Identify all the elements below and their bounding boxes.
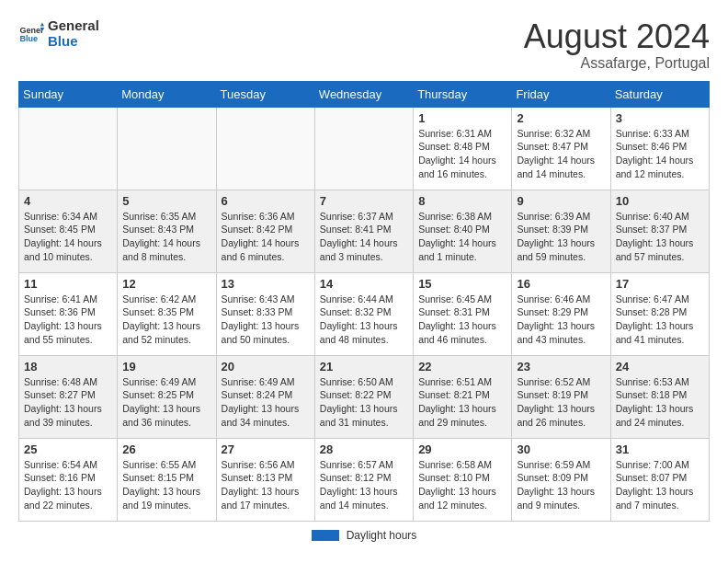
calendar-cell: 4 Sunrise: 6:34 AM Sunset: 8:45 PM Dayli… xyxy=(19,190,118,272)
day-number: 8 xyxy=(418,194,506,208)
calendar-cell xyxy=(19,107,118,190)
day-info: Sunrise: 6:46 AM Sunset: 8:29 PM Dayligh… xyxy=(517,293,605,347)
calendar-day-header: Wednesday xyxy=(314,81,413,107)
day-number: 7 xyxy=(320,194,408,208)
day-number: 31 xyxy=(616,442,704,456)
day-number: 28 xyxy=(320,442,408,456)
day-info: Sunrise: 6:44 AM Sunset: 8:32 PM Dayligh… xyxy=(320,293,408,347)
day-number: 2 xyxy=(517,111,605,125)
day-number: 11 xyxy=(24,277,112,291)
day-number: 30 xyxy=(517,442,605,456)
day-number: 13 xyxy=(222,277,310,291)
day-number: 26 xyxy=(122,442,210,456)
day-number: 18 xyxy=(24,360,112,373)
month-year-title: August 2024 xyxy=(524,18,710,55)
day-info: Sunrise: 6:47 AM Sunset: 8:28 PM Dayligh… xyxy=(616,293,704,347)
calendar-table: SundayMondayTuesdayWednesdayThursdayFrid… xyxy=(18,81,710,522)
day-info: Sunrise: 6:43 AM Sunset: 8:33 PM Dayligh… xyxy=(222,293,310,347)
calendar-cell: 11 Sunrise: 6:41 AM Sunset: 8:36 PM Dayl… xyxy=(19,272,118,355)
calendar-cell: 14 Sunrise: 6:44 AM Sunset: 8:32 PM Dayl… xyxy=(314,272,413,355)
day-info: Sunrise: 6:41 AM Sunset: 8:36 PM Dayligh… xyxy=(24,293,112,347)
day-info: Sunrise: 6:39 AM Sunset: 8:39 PM Dayligh… xyxy=(517,210,605,264)
day-info: Sunrise: 6:59 AM Sunset: 8:09 PM Dayligh… xyxy=(517,458,605,512)
day-number: 23 xyxy=(517,360,605,373)
day-number: 6 xyxy=(222,194,310,208)
day-number: 3 xyxy=(616,111,704,125)
calendar-cell: 23 Sunrise: 6:52 AM Sunset: 8:19 PM Dayl… xyxy=(512,355,610,438)
day-number: 9 xyxy=(517,194,605,208)
calendar-cell: 24 Sunrise: 6:53 AM Sunset: 8:18 PM Dayl… xyxy=(610,355,709,438)
day-info: Sunrise: 6:35 AM Sunset: 8:43 PM Dayligh… xyxy=(122,210,210,264)
calendar-cell: 30 Sunrise: 6:59 AM Sunset: 8:09 PM Dayl… xyxy=(512,438,610,521)
calendar-cell: 13 Sunrise: 6:43 AM Sunset: 8:33 PM Dayl… xyxy=(216,272,314,355)
calendar-week-row: 11 Sunrise: 6:41 AM Sunset: 8:36 PM Dayl… xyxy=(19,272,710,355)
calendar-cell: 10 Sunrise: 6:40 AM Sunset: 8:37 PM Dayl… xyxy=(610,190,709,272)
day-info: Sunrise: 6:56 AM Sunset: 8:13 PM Dayligh… xyxy=(222,458,310,512)
calendar-cell: 19 Sunrise: 6:49 AM Sunset: 8:25 PM Dayl… xyxy=(118,355,216,438)
day-number: 20 xyxy=(222,360,310,373)
day-info: Sunrise: 6:49 AM Sunset: 8:24 PM Dayligh… xyxy=(222,375,310,430)
calendar-cell xyxy=(314,107,413,190)
day-info: Sunrise: 6:48 AM Sunset: 8:27 PM Dayligh… xyxy=(24,375,112,430)
day-number: 5 xyxy=(122,194,210,208)
calendar-cell: 18 Sunrise: 6:48 AM Sunset: 8:27 PM Dayl… xyxy=(19,355,118,438)
day-number: 24 xyxy=(616,360,704,373)
calendar-cell: 15 Sunrise: 6:45 AM Sunset: 8:31 PM Dayl… xyxy=(414,272,512,355)
day-number: 1 xyxy=(418,111,506,125)
calendar-cell: 9 Sunrise: 6:39 AM Sunset: 8:39 PM Dayli… xyxy=(512,190,610,272)
day-number: 29 xyxy=(418,442,506,456)
calendar-cell: 1 Sunrise: 6:31 AM Sunset: 8:48 PM Dayli… xyxy=(414,107,512,190)
day-number: 16 xyxy=(517,277,605,291)
day-number: 25 xyxy=(24,442,112,456)
calendar-cell: 8 Sunrise: 6:38 AM Sunset: 8:40 PM Dayli… xyxy=(414,190,512,272)
day-info: Sunrise: 6:34 AM Sunset: 8:45 PM Dayligh… xyxy=(24,210,112,264)
calendar-day-header: Tuesday xyxy=(216,81,314,107)
calendar-cell: 2 Sunrise: 6:32 AM Sunset: 8:47 PM Dayli… xyxy=(512,107,610,190)
day-info: Sunrise: 6:51 AM Sunset: 8:21 PM Dayligh… xyxy=(418,375,506,430)
logo: General Blue General Blue xyxy=(18,18,99,49)
calendar-cell: 21 Sunrise: 6:50 AM Sunset: 8:22 PM Dayl… xyxy=(314,355,413,438)
calendar-cell: 22 Sunrise: 6:51 AM Sunset: 8:21 PM Dayl… xyxy=(414,355,512,438)
day-info: Sunrise: 6:55 AM Sunset: 8:15 PM Dayligh… xyxy=(122,458,210,512)
day-info: Sunrise: 7:00 AM Sunset: 8:07 PM Dayligh… xyxy=(616,458,704,512)
footer-legend: Daylight hours xyxy=(18,529,710,542)
day-info: Sunrise: 6:37 AM Sunset: 8:41 PM Dayligh… xyxy=(320,210,408,264)
day-number: 10 xyxy=(616,194,704,208)
day-info: Sunrise: 6:49 AM Sunset: 8:25 PM Dayligh… xyxy=(122,375,210,430)
title-area: August 2024 Assafarge, Portugal xyxy=(524,18,710,72)
day-info: Sunrise: 6:42 AM Sunset: 8:35 PM Dayligh… xyxy=(122,293,210,347)
calendar-cell: 6 Sunrise: 6:36 AM Sunset: 8:42 PM Dayli… xyxy=(216,190,314,272)
day-info: Sunrise: 6:38 AM Sunset: 8:40 PM Dayligh… xyxy=(418,210,506,264)
calendar-cell xyxy=(216,107,314,190)
calendar-cell: 25 Sunrise: 6:54 AM Sunset: 8:16 PM Dayl… xyxy=(19,438,118,521)
legend-label: Daylight hours xyxy=(347,529,417,542)
day-info: Sunrise: 6:50 AM Sunset: 8:22 PM Dayligh… xyxy=(320,375,408,430)
logo-icon: General Blue xyxy=(18,21,44,47)
day-info: Sunrise: 6:36 AM Sunset: 8:42 PM Dayligh… xyxy=(222,210,310,264)
day-number: 14 xyxy=(320,277,408,291)
calendar-day-header: Friday xyxy=(512,81,610,107)
calendar-cell: 28 Sunrise: 6:57 AM Sunset: 8:12 PM Dayl… xyxy=(314,438,413,521)
calendar-cell: 7 Sunrise: 6:37 AM Sunset: 8:41 PM Dayli… xyxy=(314,190,413,272)
day-info: Sunrise: 6:40 AM Sunset: 8:37 PM Dayligh… xyxy=(616,210,704,264)
day-info: Sunrise: 6:33 AM Sunset: 8:46 PM Dayligh… xyxy=(616,127,704,181)
calendar-cell xyxy=(118,107,216,190)
calendar-day-header: Monday xyxy=(118,81,216,107)
calendar-cell: 12 Sunrise: 6:42 AM Sunset: 8:35 PM Dayl… xyxy=(118,272,216,355)
calendar-day-header: Sunday xyxy=(19,81,118,107)
day-number: 21 xyxy=(320,360,408,373)
day-number: 17 xyxy=(616,277,704,291)
calendar-week-row: 1 Sunrise: 6:31 AM Sunset: 8:48 PM Dayli… xyxy=(19,107,710,190)
logo-text-general: General xyxy=(48,18,99,34)
calendar-cell: 3 Sunrise: 6:33 AM Sunset: 8:46 PM Dayli… xyxy=(610,107,709,190)
day-info: Sunrise: 6:32 AM Sunset: 8:47 PM Dayligh… xyxy=(517,127,605,181)
calendar-cell: 17 Sunrise: 6:47 AM Sunset: 8:28 PM Dayl… xyxy=(610,272,709,355)
day-number: 19 xyxy=(122,360,210,373)
svg-text:General: General xyxy=(19,25,44,34)
day-info: Sunrise: 6:58 AM Sunset: 8:10 PM Dayligh… xyxy=(418,458,506,512)
calendar-cell: 31 Sunrise: 7:00 AM Sunset: 8:07 PM Dayl… xyxy=(610,438,709,521)
day-number: 15 xyxy=(418,277,506,291)
day-info: Sunrise: 6:52 AM Sunset: 8:19 PM Dayligh… xyxy=(517,375,605,430)
day-info: Sunrise: 6:54 AM Sunset: 8:16 PM Dayligh… xyxy=(24,458,112,512)
day-info: Sunrise: 6:57 AM Sunset: 8:12 PM Dayligh… xyxy=(320,458,408,512)
